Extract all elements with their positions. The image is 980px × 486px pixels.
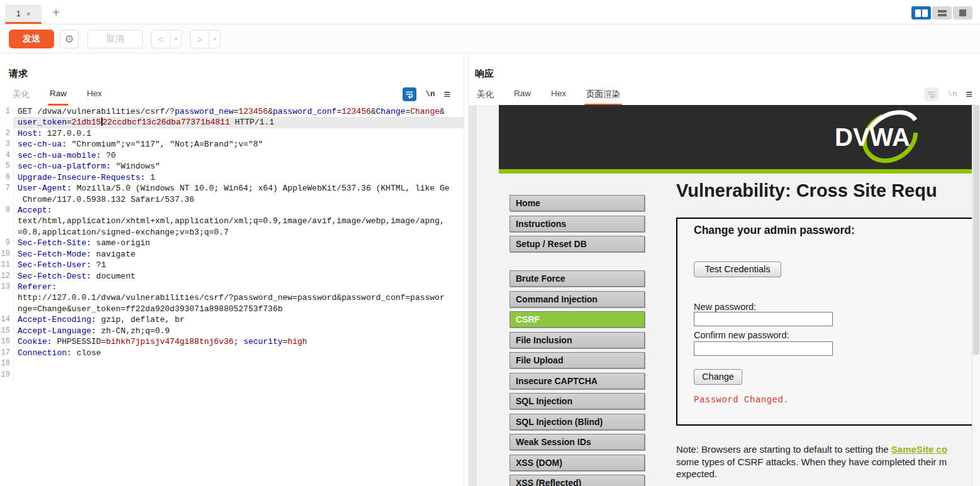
menu-item-sql-injection[interactable]: SQL Injection <box>509 393 645 409</box>
code-line: Upgrade-Insecure-Requests: 1 <box>14 172 464 183</box>
code-token: = <box>337 107 342 116</box>
vertical-scrollbar[interactable] <box>972 105 980 486</box>
code-token: Change <box>410 107 440 116</box>
page-render-view: DVWA HomeInstructionsSetup / Reset DBBru… <box>469 105 980 486</box>
editor-row[interactable]: 3sec-ch-ua: "Chromium";v="117", "Not;A=B… <box>0 139 464 150</box>
back-chevron-icon[interactable]: < <box>152 34 170 45</box>
menu-item-command-injection[interactable]: Command Injection <box>509 291 645 307</box>
code-line: Accept-Encoding: gzip, deflate, br <box>14 314 464 325</box>
menu-item-xss-reflected[interactable]: XSS (Reflected) <box>509 475 645 486</box>
request-editor[interactable]: 1GET /dvwa/vulnerabilities/csrf/?passwor… <box>0 106 464 486</box>
editor-row[interactable]: 15Accept-Language: zh-CN,zh;q=0.9 <box>0 326 464 336</box>
back-button[interactable]: < ▾ <box>151 30 182 48</box>
editor-row[interactable]: 6Upgrade-Insecure-Requests: 1 <box>0 172 464 183</box>
editor-row[interactable]: 5sec-ch-ua-platform: "Windows" <box>0 161 464 172</box>
change-button[interactable]: Change <box>694 369 742 385</box>
scrollbar-thumb[interactable] <box>973 105 979 355</box>
single-panel-icon <box>959 9 966 16</box>
menu-item-instructions[interactable]: Instructions <box>509 216 645 232</box>
line-number: 12 <box>0 271 14 282</box>
editor-row[interactable]: 8Accept: <box>0 205 464 216</box>
response-panel: 响应 美化 Raw Hex 页面渲染 \n ≡ DVWA <box>469 53 980 486</box>
panel-splitter[interactable] <box>464 53 469 486</box>
editor-row[interactable]: 10Sec-Fetch-Mode: navigate <box>0 249 464 260</box>
show-newlines-button[interactable]: \n <box>425 90 435 99</box>
editor-row[interactable]: 7User-Agent: Mozilla/5.0 (Windows NT 10.… <box>0 183 464 194</box>
tab-pretty[interactable]: 美化 <box>477 89 494 106</box>
editor-row[interactable]: 2Host: 127.0.0.1 <box>0 128 464 139</box>
send-button[interactable]: 发送 <box>9 30 54 48</box>
code-token: Host: <box>18 129 42 138</box>
forward-button[interactable]: > ▾ <box>190 30 221 48</box>
editor-row[interactable]: text/html,application/xhtml+xml,applicat… <box>0 216 464 226</box>
settings-button[interactable]: ⚙ <box>60 30 79 48</box>
editor-row[interactable]: nge=Change&user_token=ff22da920d393071a8… <box>0 304 464 314</box>
response-editor-icons: \n ≡ <box>925 87 972 101</box>
editor-row[interactable]: 1GET /dvwa/vulnerabilities/csrf/?passwor… <box>0 106 464 117</box>
split-rows-button[interactable] <box>932 6 952 19</box>
menu-item-home[interactable]: Home <box>509 195 645 211</box>
split-rows-icon <box>938 10 947 16</box>
single-panel-button[interactable] <box>953 6 972 19</box>
menu-item-csrf[interactable]: CSRF <box>509 311 645 328</box>
tab-render[interactable]: 页面渲染 <box>586 89 620 106</box>
code-line: GET /dvwa/vulnerabilities/csrf/?password… <box>14 106 464 117</box>
menu-item-weak-session-ids[interactable]: Weak Session IDs <box>509 434 645 450</box>
code-token: text/html,application/xhtml+xml,applicat… <box>18 216 445 226</box>
editor-row[interactable]: 9Sec-Fetch-Site: same-origin <box>0 238 464 248</box>
samesite-link[interactable]: SameSite co <box>891 444 947 455</box>
editor-row[interactable]: 16Cookie: PHPSESSID=bihkh7jpisjv474gi88t… <box>0 336 464 347</box>
editor-row[interactable]: user_token=21db1522ccdbcf13c26dba77371b4… <box>0 117 464 128</box>
tab-raw[interactable]: Raw <box>514 89 531 106</box>
code-token: ?1 <box>91 260 106 270</box>
editor-row[interactable]: 4sec-ch-ua-mobile: ?0 <box>0 150 464 161</box>
tab-hex[interactable]: Hex <box>87 89 102 106</box>
editor-row[interactable]: 18 <box>0 358 464 369</box>
editor-row[interactable]: 11Sec-Fetch-User: ?1 <box>0 260 464 270</box>
menu-item-file-upload[interactable]: File Upload <box>509 352 645 368</box>
menu-item-insecure-captcha[interactable]: Insecure CAPTCHA <box>509 373 645 389</box>
menu-item-sql-injection-blind[interactable]: SQL Injection (Blind) <box>509 414 645 430</box>
wrap-lines-button[interactable] <box>403 87 416 101</box>
editor-row[interactable]: http://127.0.0.1/dvwa/vulnerabilities/cs… <box>0 292 464 303</box>
new-tab-button[interactable]: + <box>48 4 64 21</box>
editor-row[interactable]: 17Connection: close <box>0 348 464 358</box>
back-dropdown-icon[interactable]: ▾ <box>170 36 181 42</box>
note-line-3: expected. <box>676 468 972 480</box>
confirm-password-input[interactable] <box>694 341 833 356</box>
confirm-password-label: Confirm new password: <box>694 330 789 340</box>
line-number: 13 <box>0 282 14 292</box>
dvwa-header-banner: DVWA <box>499 105 972 169</box>
request-panel: 请求 美化 Raw Hex \n ≡ 1GET /dvwa/vulnerabil… <box>0 53 464 486</box>
line-number: 15 <box>0 326 14 336</box>
forward-dropdown-icon[interactable]: ▾ <box>209 36 220 42</box>
new-password-input[interactable] <box>694 312 833 326</box>
menu-item-setup-reset-db[interactable]: Setup / Reset DB <box>509 236 645 252</box>
repeater-tab-1[interactable]: 1 × <box>5 4 42 23</box>
tab-pretty[interactable]: 美化 <box>13 89 30 106</box>
editor-row[interactable]: 19 <box>0 370 464 380</box>
test-credentials-button[interactable]: Test Credentials <box>694 262 781 277</box>
forward-chevron-icon[interactable]: > <box>191 34 209 45</box>
menu-item-file-inclusion[interactable]: File Inclusion <box>509 332 645 348</box>
note-line-2: some types of CSRF attacks. When they ha… <box>676 456 972 468</box>
code-token: document <box>91 272 135 281</box>
editor-row[interactable]: =0.8,application/signed-exchange;v=b3;q=… <box>0 227 464 238</box>
editor-row[interactable]: 14Accept-Encoding: gzip, deflate, br <box>0 314 464 325</box>
tab-raw[interactable]: Raw <box>50 89 67 106</box>
panel-menu-icon[interactable]: ≡ <box>443 89 450 100</box>
code-line: Sec-Fetch-Site: same-origin <box>14 238 464 248</box>
panel-menu-icon[interactable]: ≡ <box>966 89 972 100</box>
close-tab-icon[interactable]: × <box>26 10 30 18</box>
editor-row[interactable]: 12Sec-Fetch-Dest: document <box>0 271 464 282</box>
code-token: = <box>233 107 238 116</box>
cancel-button[interactable]: 取消 <box>87 30 143 48</box>
editor-row[interactable]: Chrome/117.0.5938.132 Safari/537.36 <box>0 194 464 205</box>
tab-hex[interactable]: Hex <box>551 89 566 106</box>
menu-item-xss-dom[interactable]: XSS (DOM) <box>509 455 645 471</box>
line-number: 19 <box>0 370 14 380</box>
editor-row[interactable]: 13Referer: <box>0 282 464 292</box>
split-columns-button[interactable] <box>911 6 931 19</box>
menu-item-brute-force[interactable]: Brute Force <box>509 270 645 287</box>
code-token: "Windows" <box>111 162 160 171</box>
